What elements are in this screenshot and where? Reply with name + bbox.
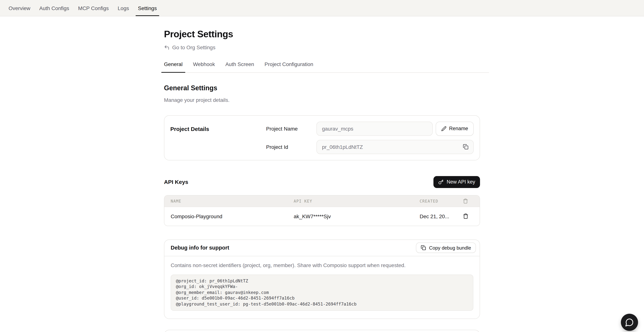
go-to-org-settings-link[interactable]: Go to Org Settings bbox=[164, 44, 216, 50]
project-id-field bbox=[316, 140, 474, 154]
project-details-form: Project Name Rename Project Id bbox=[266, 121, 474, 154]
tab-project-configuration[interactable]: Project Configuration bbox=[262, 61, 316, 72]
tab-auth-screen[interactable]: Auth Screen bbox=[223, 61, 256, 72]
api-key-value-cell: ak_KW7*****Sjv bbox=[294, 213, 420, 219]
rename-label: Rename bbox=[449, 126, 468, 131]
debug-line: @user_id: d5e001b0-09ac-46d2-8451-2694ff… bbox=[176, 296, 468, 301]
api-keys-header-row: API Keys New API key bbox=[164, 176, 480, 188]
nav-item-logs[interactable]: Logs bbox=[113, 0, 134, 16]
nav-item-settings[interactable]: Settings bbox=[134, 0, 161, 16]
nav-item-auth-configs[interactable]: Auth Configs bbox=[35, 0, 74, 16]
copy-project-id-button[interactable] bbox=[461, 142, 470, 151]
next-section-card-partial bbox=[164, 330, 480, 332]
column-header-api-key: API KEY bbox=[294, 199, 420, 203]
go-to-org-settings-label: Go to Org Settings bbox=[172, 44, 216, 50]
debug-line: @project_id: pr_06th1pLdNtTZ bbox=[176, 278, 468, 284]
project-details-card: Project Details Project Name Rename Proj… bbox=[164, 115, 480, 160]
debug-card-body: Contains non-secret identifiers (project… bbox=[164, 256, 480, 319]
debug-card-title: Debug info for support bbox=[171, 245, 229, 251]
api-key-created-cell: Dec 21, 20... bbox=[420, 213, 461, 219]
header-trash-icon-cell bbox=[461, 196, 470, 205]
debug-line: @org_member_email: gaurav@inkeep.com bbox=[176, 290, 468, 295]
api-key-table-row: Composio-Playground ak_KW7*****Sjv Dec 2… bbox=[164, 206, 480, 225]
project-name-label: Project Name bbox=[266, 126, 316, 132]
main-content: Project Settings Go to Org Settings Gene… bbox=[164, 29, 480, 332]
tab-general[interactable]: General bbox=[161, 61, 185, 72]
project-id-row: Project Id bbox=[266, 140, 474, 154]
copy-icon bbox=[421, 245, 426, 250]
copy-debug-bundle-label: Copy debug bundle bbox=[429, 245, 471, 250]
column-header-created: CREATED bbox=[420, 199, 461, 203]
api-key-name-cell: Composio-Playground bbox=[171, 213, 294, 219]
copy-debug-bundle-button[interactable]: Copy debug bundle bbox=[416, 242, 476, 253]
general-settings-subheading: Manage your project details. bbox=[164, 97, 480, 103]
debug-card-header: Debug info for support Copy debug bundle bbox=[164, 240, 480, 256]
settings-tabs: General Webhook Auth Screen Project Conf… bbox=[164, 61, 489, 73]
api-keys-table-header: NAME API KEY CREATED bbox=[164, 195, 480, 206]
debug-line: @playground_test_user_id: pg-test-d5e001… bbox=[176, 301, 468, 307]
page-title: Project Settings bbox=[164, 29, 480, 40]
project-id-label: Project Id bbox=[266, 144, 316, 150]
project-name-input[interactable] bbox=[316, 121, 433, 136]
trash-icon bbox=[463, 198, 468, 203]
top-nav: Overview Auth Configs MCP Configs Logs S… bbox=[0, 0, 644, 17]
debug-description: Contains non-secret identifiers (project… bbox=[171, 262, 473, 268]
chat-bubble-icon bbox=[625, 318, 634, 327]
api-keys-heading: API Keys bbox=[164, 179, 188, 185]
rename-button[interactable]: Rename bbox=[436, 121, 474, 136]
trash-icon bbox=[463, 213, 468, 219]
key-icon bbox=[438, 179, 444, 184]
nav-item-overview[interactable]: Overview bbox=[4, 0, 35, 16]
column-header-name: NAME bbox=[171, 199, 294, 203]
new-api-key-button[interactable]: New API key bbox=[434, 176, 480, 188]
tab-webhook[interactable]: Webhook bbox=[190, 61, 218, 72]
corner-up-left-icon bbox=[164, 45, 170, 50]
project-name-row: Project Name Rename bbox=[266, 121, 474, 136]
support-chat-button[interactable] bbox=[621, 314, 638, 331]
debug-bundle-code-block: @project_id: pr_06th1pLdNtTZ@org_id: ok_… bbox=[171, 274, 473, 311]
debug-info-card: Debug info for support Copy debug bundle… bbox=[164, 239, 480, 319]
new-api-key-label: New API key bbox=[447, 179, 475, 185]
copy-icon bbox=[463, 144, 468, 150]
project-settings-page: Overview Auth Configs MCP Configs Logs S… bbox=[0, 0, 644, 332]
delete-api-key-button[interactable] bbox=[461, 212, 470, 221]
debug-line: @org_id: ok_jVveqqkYFWa- bbox=[176, 284, 468, 290]
nav-item-mcp-configs[interactable]: MCP Configs bbox=[74, 0, 113, 16]
general-settings-heading: General Settings bbox=[164, 84, 480, 92]
api-keys-table: NAME API KEY CREATED Composio-Playground… bbox=[164, 195, 480, 226]
project-details-title: Project Details bbox=[170, 121, 266, 154]
pencil-icon bbox=[441, 126, 446, 131]
project-id-input[interactable] bbox=[316, 140, 474, 154]
